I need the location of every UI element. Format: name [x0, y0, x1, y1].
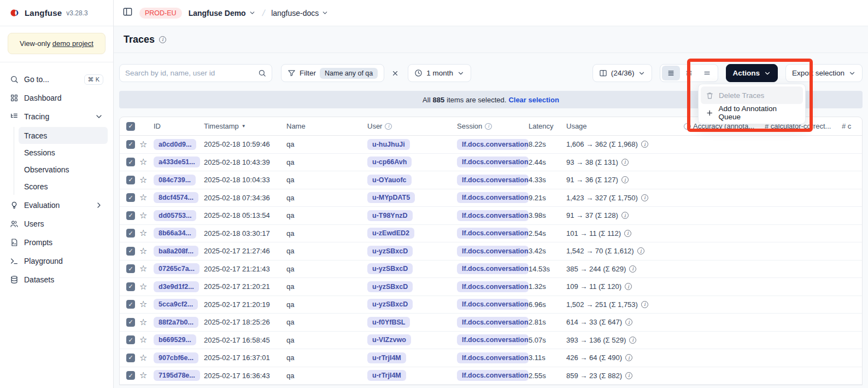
sidebar-item-scores[interactable]: Scores: [19, 178, 108, 195]
user-badge[interactable]: u-rTrjI4M: [367, 352, 406, 363]
session-badge[interactable]: lf.docs.conversation...: [457, 370, 529, 381]
star-icon[interactable]: ☆: [139, 282, 147, 291]
table-row[interactable]: ✓☆dd05753...2025-02-18 05:13:54qau-T98Yn…: [120, 207, 862, 225]
session-badge[interactable]: lf.docs.conversation...: [457, 352, 529, 363]
filter-chip[interactable]: Name any of qa: [320, 68, 378, 79]
session-badge[interactable]: lf.docs.conversation...: [457, 281, 529, 292]
user-badge[interactable]: u-VIZzvwo: [367, 334, 411, 345]
sidebar-toggle-button[interactable]: [122, 7, 133, 19]
table-row[interactable]: ✓☆5cca9cf2...2025-02-17 21:20:19qau-yzSB…: [120, 296, 862, 314]
time-range-button[interactable]: 1 month: [408, 64, 471, 82]
info-icon[interactable]: i: [621, 212, 629, 219]
user-badge[interactable]: u-rTrjI4M: [367, 370, 406, 381]
info-icon[interactable]: i: [625, 318, 632, 326]
trace-id-badge[interactable]: a0cd0d9...: [154, 139, 196, 150]
session-badge[interactable]: lf.docs.conversation...: [457, 210, 529, 221]
table-row[interactable]: ✓☆8dcf4574...2025-02-18 07:34:36qau-MYpD…: [120, 189, 862, 207]
org-selector[interactable]: Langfuse Demo: [189, 9, 256, 18]
row-checkbox[interactable]: ✓: [126, 193, 135, 202]
row-checkbox[interactable]: ✓: [126, 140, 135, 149]
info-icon[interactable]: i: [621, 159, 629, 166]
trace-id-badge[interactable]: 8b66a34...: [154, 228, 196, 239]
user-badge[interactable]: u-yzSBxcD: [367, 246, 413, 257]
trace-id-badge[interactable]: 907cbf6e...: [154, 352, 198, 363]
table-row[interactable]: ✓☆7195d78e...2025-02-17 16:36:43qau-rTrj…: [120, 367, 862, 385]
trace-id-badge[interactable]: 5cca9cf2...: [154, 299, 198, 310]
table-row[interactable]: ✓☆07265c7a...2025-02-17 21:21:43qau-yzSB…: [120, 260, 862, 279]
info-icon[interactable]: i: [625, 354, 632, 361]
star-icon[interactable]: ☆: [139, 264, 147, 273]
info-icon[interactable]: i: [159, 36, 166, 43]
table-row[interactable]: ✓☆b669529...2025-02-17 16:58:45qau-VIZzv…: [120, 332, 862, 350]
row-height-small-button[interactable]: [662, 66, 680, 80]
star-icon[interactable]: ☆: [139, 318, 147, 327]
column-header-session[interactable]: Sessioni: [457, 122, 529, 130]
user-badge[interactable]: u-f0YfBSL: [367, 317, 410, 328]
star-icon[interactable]: ☆: [139, 371, 147, 380]
session-badge[interactable]: lf.docs.conversation...: [457, 263, 529, 274]
row-checkbox[interactable]: ✓: [126, 318, 135, 327]
trace-id-badge[interactable]: 8dcf4574...: [154, 192, 198, 203]
row-checkbox[interactable]: ✓: [126, 335, 135, 344]
trace-id-badge[interactable]: 7195d78e...: [154, 370, 200, 381]
star-icon[interactable]: ☆: [139, 211, 147, 220]
search-input[interactable]: [125, 69, 258, 77]
sidebar-item-prompts[interactable]: Prompts: [5, 233, 108, 252]
demo-project-link[interactable]: demo project: [52, 39, 93, 48]
export-selection-button[interactable]: Export selection: [785, 64, 863, 82]
user-badge[interactable]: u-MYpDAT5: [367, 192, 415, 203]
column-header-usage[interactable]: Usage: [566, 122, 681, 130]
sidebar-item-traces[interactable]: Traces: [19, 127, 108, 144]
info-icon[interactable]: i: [621, 176, 629, 183]
table-row[interactable]: ✓☆ba8a208f...2025-02-17 21:27:46qau-yzSB…: [120, 242, 862, 260]
menu-item-delete-traces[interactable]: Delete Traces: [701, 86, 803, 104]
sidebar-item-playground[interactable]: Playground: [5, 252, 108, 270]
info-icon[interactable]: i: [637, 247, 644, 254]
clear-selection-link[interactable]: Clear selection: [508, 96, 559, 104]
sidebar-item-datasets[interactable]: Datasets: [5, 270, 108, 289]
row-checkbox[interactable]: ✓: [126, 176, 135, 184]
star-icon[interactable]: ☆: [139, 193, 147, 202]
session-badge[interactable]: lf.docs.conversation...: [457, 228, 529, 239]
user-badge[interactable]: u-cp66Avh: [367, 157, 412, 167]
row-checkbox[interactable]: ✓: [126, 264, 135, 273]
sidebar-item-tracing[interactable]: Tracing: [5, 107, 108, 126]
user-badge[interactable]: u-huJhuJi: [367, 139, 410, 150]
session-badge[interactable]: lf.docs.conversation...: [457, 139, 529, 150]
column-header-latency[interactable]: Latency: [529, 122, 566, 130]
user-badge[interactable]: u-T98YnzD: [367, 210, 413, 221]
row-checkbox[interactable]: ✓: [126, 300, 135, 309]
menu-item-add-to-annotation-queue[interactable]: Add to Annotation Queue: [701, 104, 803, 121]
trace-id-badge[interactable]: a433de51...: [154, 157, 200, 167]
info-icon[interactable]: i: [641, 141, 648, 148]
column-visibility-button[interactable]: (24/36): [593, 64, 653, 82]
trace-id-badge[interactable]: d3e9d1f2...: [154, 281, 199, 292]
trace-id-badge[interactable]: dd05753...: [154, 210, 196, 221]
star-icon[interactable]: ☆: [139, 158, 147, 166]
session-badge[interactable]: lf.docs.conversation...: [457, 192, 529, 203]
info-icon[interactable]: i: [624, 230, 631, 237]
star-icon[interactable]: ☆: [139, 354, 147, 362]
user-badge[interactable]: u-yzSBxcD: [367, 281, 413, 292]
table-row[interactable]: ✓☆a433de51...2025-02-18 10:43:39qau-cp66…: [120, 154, 862, 172]
filter-button[interactable]: Filter Name any of qa: [281, 64, 384, 82]
sidebar-item-observations[interactable]: Observations: [19, 161, 108, 178]
row-checkbox[interactable]: ✓: [126, 211, 135, 220]
select-all-checkbox[interactable]: ✓: [126, 122, 135, 131]
sidebar-item-sessions[interactable]: Sessions: [19, 144, 108, 161]
star-icon[interactable]: ☆: [139, 300, 147, 309]
trace-id-badge[interactable]: 88f2a7b0...: [154, 317, 198, 328]
row-checkbox[interactable]: ✓: [126, 282, 135, 291]
star-icon[interactable]: ☆: [139, 176, 147, 184]
user-badge[interactable]: u-yzSBxcD: [367, 263, 413, 274]
row-checkbox[interactable]: ✓: [126, 354, 135, 362]
column-header-extra[interactable]: # c: [842, 122, 862, 130]
row-height-medium-button[interactable]: [680, 66, 698, 80]
search-icon[interactable]: [258, 69, 266, 77]
session-badge[interactable]: lf.docs.conversation...: [457, 246, 529, 257]
row-checkbox[interactable]: ✓: [126, 371, 135, 380]
trace-id-badge[interactable]: 07265c7a...: [154, 263, 200, 274]
trace-id-badge[interactable]: ba8a208f...: [154, 246, 198, 257]
star-icon[interactable]: ☆: [139, 335, 147, 344]
trace-id-badge[interactable]: 084c739...: [154, 175, 196, 186]
